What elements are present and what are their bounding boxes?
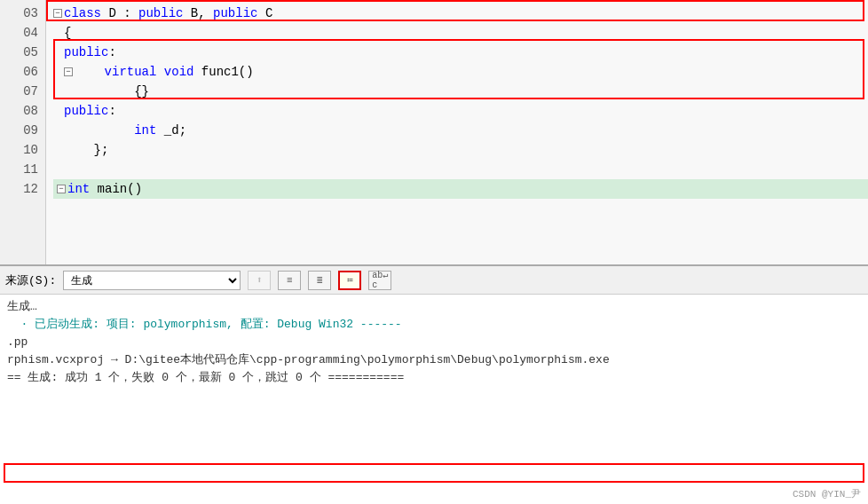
code-line-11 xyxy=(53,160,868,179)
abc-icon: ab↵c xyxy=(372,270,388,290)
output-line-2: · 已启动生成: 项目: polymorphism, 配置: Debug Win… xyxy=(7,316,861,334)
line-num-04: 04 xyxy=(0,23,45,43)
line-num-11: 11 xyxy=(0,160,45,179)
toolbar-btn-align-left[interactable]: ≡ xyxy=(278,271,301,290)
line-num-06: 06 xyxy=(0,62,45,82)
output-line-4: rphism.vcxproj → D:\gitee本地代码仓库\cpp-prog… xyxy=(7,351,861,369)
align-right-icon: ≣ xyxy=(317,274,323,286)
line-num-05: 05 xyxy=(0,43,45,62)
line-num-09: 09 xyxy=(0,121,45,140)
align-icon: ⬆ xyxy=(256,274,263,286)
output-content: 生成… · 已启动生成: 项目: polymorphism, 配置: Debug… xyxy=(0,295,868,504)
output-line-blank xyxy=(7,387,861,405)
output-line-3: .pp xyxy=(7,334,861,351)
code-line-06: − virtual void func1() xyxy=(53,62,868,82)
line-num-10: 10 xyxy=(0,140,45,160)
source-label: 来源(S): xyxy=(5,272,56,288)
code-line-05: public: xyxy=(53,43,868,62)
line-num-03: 03 xyxy=(0,4,45,23)
collapse-icon-12[interactable]: − xyxy=(57,185,66,193)
code-line-10: }; xyxy=(53,140,868,160)
collapse-icon-06[interactable]: − xyxy=(64,67,73,76)
collapse-icon-03[interactable]: − xyxy=(53,9,62,18)
watermark: CSDN @YIN_尹 xyxy=(793,487,861,500)
line-num-08: 08 xyxy=(0,101,45,121)
output-toolbar: 来源(S): 生成 ⬆ ≡ ≣ ≔ ab↵c xyxy=(0,266,868,295)
output-line-5: == 生成: 成功 1 个，失败 0 个，最新 0 个，跳过 0 个 =====… xyxy=(7,369,861,387)
code-line-03: −class D : public B, public C xyxy=(53,4,868,23)
toolbar-btn-abc[interactable]: ab↵c xyxy=(368,271,391,290)
toolbar-btn-list[interactable]: ≔ xyxy=(338,271,361,290)
code-line-12: −int main() xyxy=(53,179,868,199)
line-num-07: 07 xyxy=(0,82,45,101)
code-line-08: public: xyxy=(53,101,868,121)
code-content: −class D : public B, public C { public: … xyxy=(46,0,868,264)
list-icon: ≔ xyxy=(347,274,353,286)
red-border-output xyxy=(4,463,864,483)
editor-area: 03 04 05 06 07 08 09 10 11 12 −class D :… xyxy=(0,0,868,266)
source-select[interactable]: 生成 xyxy=(63,271,241,290)
code-line-04: { xyxy=(53,23,868,43)
toolbar-btn-disabled1: ⬆ xyxy=(248,271,271,290)
code-line-09: int _d; xyxy=(53,121,868,140)
output-line-1: 生成… xyxy=(7,298,861,316)
line-num-12: 12 xyxy=(0,179,45,199)
code-line-07: {} xyxy=(53,82,868,101)
line-numbers: 03 04 05 06 07 08 09 10 11 12 xyxy=(0,0,46,264)
output-panel: 来源(S): 生成 ⬆ ≡ ≣ ≔ ab↵c 生成… · 已启动生成: 项目: … xyxy=(0,266,868,504)
align-left-icon: ≡ xyxy=(287,275,293,286)
toolbar-btn-align-right[interactable]: ≣ xyxy=(308,271,331,290)
